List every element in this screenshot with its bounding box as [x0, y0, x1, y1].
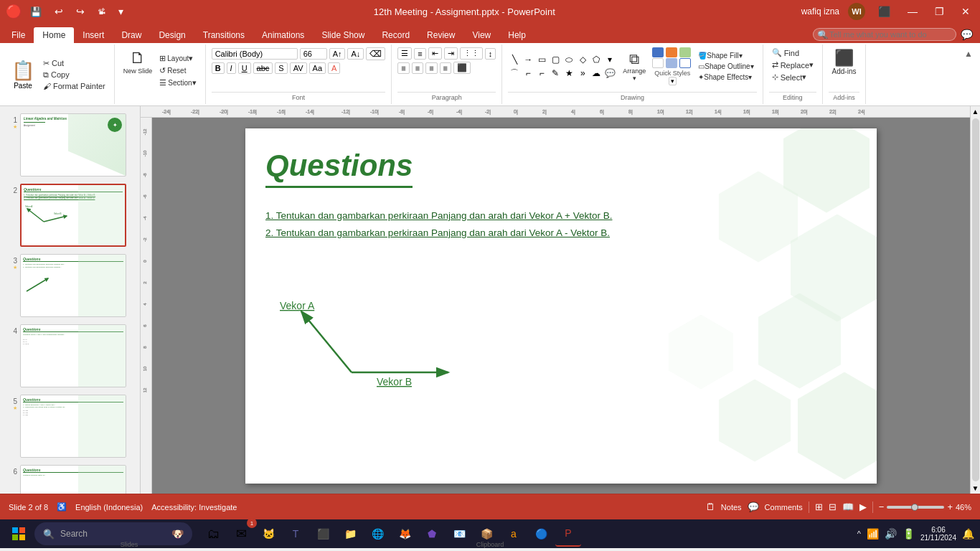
quick-access-undo[interactable]: ↩ — [50, 4, 67, 19]
align-center[interactable]: ≡ — [412, 62, 423, 74]
slideshow-view-button[interactable]: ▶ — [859, 501, 867, 512]
new-slide-button[interactable]: 🗋 New Slide — [121, 47, 156, 76]
slide-thumbnail-4[interactable]: Questions Temukan vektor A dan V dan kla… — [20, 324, 126, 387]
strikethrough-button[interactable]: abc — [253, 62, 273, 74]
slide-thumb-6[interactable]: 6 Questions Tentukan panjang vektor m... — [3, 463, 137, 494]
zoom-slider[interactable] — [887, 506, 944, 509]
italic-button[interactable]: I — [227, 62, 236, 74]
cut-button[interactable]: ✂ Cut — [40, 58, 108, 69]
shape-rounded-rect[interactable]: ▢ — [549, 53, 562, 66]
accessibility-check-icon[interactable]: ♿ — [57, 502, 67, 512]
qs-item-3[interactable] — [679, 47, 691, 57]
align-justify[interactable]: ≡ — [440, 62, 451, 74]
slide-thumb-4[interactable]: 4 Questions Temukan vektor A dan V dan k… — [3, 323, 137, 389]
select-button[interactable]: ⊹ Select▾ — [769, 72, 816, 83]
char-spacing-button[interactable]: AV — [290, 62, 307, 74]
quick-access-save[interactable]: 💾 — [26, 5, 46, 19]
reset-button[interactable]: ↺ Reset — [156, 65, 199, 76]
slide-thumbnail-6[interactable]: Questions Tentukan panjang vektor m... — [20, 465, 126, 494]
zoom-out-button[interactable]: − — [879, 501, 885, 512]
zoom-in-button[interactable]: + — [947, 501, 953, 512]
scroll-up-arrow[interactable]: ▲ — [971, 106, 980, 117]
shape-effects-button[interactable]: ✦ Shape Effects▾ — [695, 72, 756, 82]
decrease-indent[interactable]: ⇤ — [428, 47, 442, 60]
slide-thumbnail-5[interactable]: Questions 1. Hitung gambaran A dan V vek… — [20, 395, 126, 458]
shape-cloud[interactable]: ☁ — [590, 67, 603, 80]
restore-button[interactable]: ❐ — [930, 4, 948, 19]
quick-access-redo[interactable]: ↪ — [72, 4, 89, 19]
replace-button[interactable]: ⇄ Replace▾ — [769, 60, 816, 70]
reading-view-button[interactable]: 📖 — [842, 501, 854, 512]
shape-oval[interactable]: ⬭ — [562, 53, 575, 66]
minimize-button[interactable]: — — [903, 4, 922, 19]
shape-arrow[interactable]: → — [522, 53, 534, 66]
shape-star[interactable]: ★ — [562, 67, 575, 80]
qs-item-1[interactable] — [652, 47, 664, 57]
ribbon-display-options[interactable]: ⬛ — [874, 4, 895, 19]
tab-slideshow[interactable]: Slide Show — [313, 27, 373, 43]
shape-more[interactable]: ▾ — [603, 53, 616, 66]
tab-design[interactable]: Design — [150, 27, 194, 43]
qs-item-6[interactable] — [679, 58, 691, 68]
tab-home[interactable]: Home — [34, 27, 74, 43]
shape-fill-button[interactable]: 🪣 Shape Fill▾ — [695, 51, 756, 60]
font-size-decrease[interactable]: A↓ — [347, 48, 364, 60]
shape-outline-button[interactable]: ▭ Shape Outline▾ — [695, 62, 756, 71]
user-avatar[interactable]: WI — [848, 3, 865, 20]
tell-me-input[interactable] — [813, 28, 956, 41]
format-painter-button[interactable]: 🖌 Format Painter — [40, 81, 108, 91]
arrange-button[interactable]: ⧉ Arrange ▾ — [620, 50, 649, 83]
shape-callout[interactable]: 💬 — [603, 67, 616, 80]
font-case-button[interactable]: Aa — [309, 62, 326, 74]
normal-view-button[interactable]: ⊞ — [815, 501, 823, 512]
numbering-button[interactable]: ≡ — [414, 48, 425, 60]
shape-curve[interactable]: ⌒ — [508, 67, 521, 80]
underline-button[interactable]: U — [238, 62, 251, 74]
shape-connector[interactable]: ⌐ — [522, 67, 534, 80]
tab-transitions[interactable]: Transitions — [194, 27, 253, 43]
quick-access-dropdown[interactable]: ▾ — [114, 4, 128, 19]
qs-item-5[interactable] — [666, 58, 677, 68]
align-left[interactable]: ≡ — [397, 62, 409, 74]
section-button[interactable]: ☰ Section ▾ — [156, 77, 199, 88]
tab-record[interactable]: Record — [373, 27, 418, 43]
add-ins-button[interactable]: ⬛ Add-ins — [829, 47, 859, 77]
shape-elbow[interactable]: ⌐ — [535, 67, 548, 80]
qs-item-2[interactable] — [666, 47, 677, 57]
system-tray-expand[interactable]: ^ — [857, 529, 861, 538]
font-size-input[interactable] — [300, 48, 327, 60]
scroll-thumb[interactable] — [972, 118, 979, 481]
slide-thumb-2[interactable]: 2 Questions 1. Tentukan dan gambarkan pe… — [3, 182, 137, 248]
slide-sorter-button[interactable]: ⊟ — [829, 501, 837, 512]
quick-access-present[interactable]: 📽 — [93, 6, 110, 17]
qs-item-4[interactable] — [652, 58, 664, 68]
tab-view[interactable]: View — [463, 27, 499, 43]
font-size-increase[interactable]: A↑ — [329, 48, 346, 60]
clear-formatting[interactable]: ⌫ — [366, 47, 385, 60]
shape-rect[interactable]: ▭ — [535, 53, 548, 66]
align-right[interactable]: ≡ — [425, 62, 437, 74]
text-shadow-button[interactable]: S — [275, 62, 287, 74]
quick-styles-dropdown[interactable]: ▾ — [669, 77, 677, 85]
copy-button[interactable]: ⧉ Copy — [40, 70, 108, 80]
slide-thumb-1[interactable]: 1 ★ Linear Algebra and Matrices Assignme… — [3, 112, 137, 178]
bold-button[interactable]: B — [212, 62, 225, 74]
tab-review[interactable]: Review — [418, 27, 463, 43]
increase-indent[interactable]: ⇥ — [444, 47, 458, 60]
vertical-scrollbar[interactable]: ▲ ▼ — [970, 106, 980, 494]
slide-thumbnail-3[interactable]: Questions 1. Tentukan dan gambarkan perk… — [20, 254, 126, 317]
slide-thumb-3[interactable]: 3 ★ Questions 1. Tentukan dan gambarkan … — [3, 253, 137, 319]
close-button[interactable]: ✕ — [957, 4, 974, 19]
slide-thumbnail-1[interactable]: Linear Algebra and Matrices Assignment ✦ — [20, 113, 126, 176]
slide-thumbnail-2[interactable]: Questions 1. Tentukan dan gambarkan perk… — [20, 184, 126, 247]
tab-file[interactable]: File — [3, 27, 34, 43]
font-color-button[interactable]: A — [328, 62, 340, 74]
tab-animations[interactable]: Animations — [253, 27, 313, 43]
tab-draw[interactable]: Draw — [113, 27, 150, 43]
font-name-input[interactable] — [212, 48, 298, 60]
collapse-ribbon-button[interactable]: ▲ — [960, 47, 977, 60]
shape-diamond[interactable]: ◇ — [576, 53, 589, 66]
layout-button[interactable]: ⊞ Layout ▾ — [156, 53, 199, 64]
shape-line[interactable]: ╲ — [508, 53, 521, 66]
tab-insert[interactable]: Insert — [74, 27, 113, 43]
